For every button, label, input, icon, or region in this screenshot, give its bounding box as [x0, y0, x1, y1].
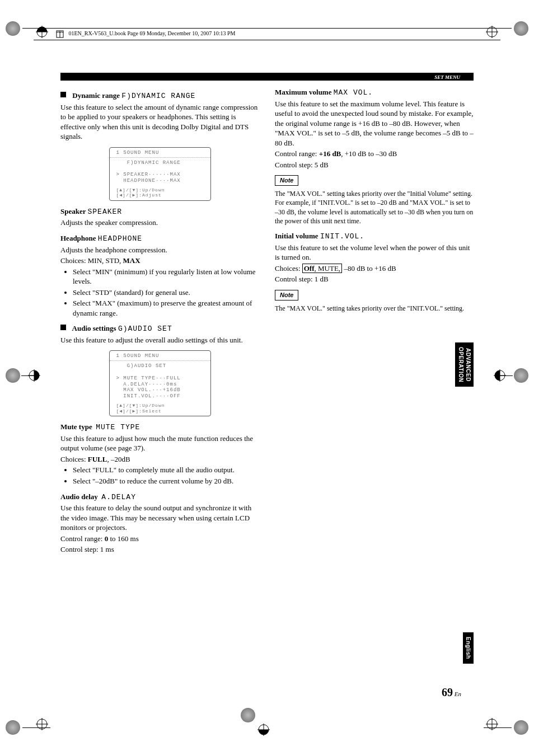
mute-type-heading: Mute type MUTE TYPE	[60, 422, 259, 433]
dynamic-range-desc: Use this feature to select the amount of…	[60, 102, 259, 142]
side-tab-advanced-operation: ADVANCEDOPERATION	[455, 342, 474, 387]
init-vol-step: Control step: 1 dB	[275, 274, 474, 284]
content: SET MENU Dynamic range F)DYNAMIC RANGE U…	[60, 73, 474, 556]
reg-mark-icon	[514, 368, 528, 383]
crop-line	[484, 727, 512, 728]
audio-settings-desc: Use this feature to adjust the overall a…	[60, 335, 259, 345]
crosshair-icon	[486, 718, 498, 730]
section-bar: SET MENU	[60, 73, 474, 81]
file-header: 01EN_RX-V563_U.book Page 69 Monday, Dece…	[34, 28, 500, 40]
heading-label: Audio settings	[72, 324, 116, 332]
init-vol-choices: Choices: Off, MUTE, –80 dB to +16 dB	[275, 264, 474, 274]
audio-delay-range: Control range: 0 to 160 ms	[60, 534, 259, 544]
max-vol-step: Control step: 5 dB	[275, 160, 474, 170]
lcd-audio-set: 1 SOUND MENU G)AUDIO SET > MUTE TYPE···F…	[109, 350, 211, 416]
dynamic-range-heading: Dynamic range F)DYNAMIC RANGE	[60, 91, 259, 101]
reg-mark-icon	[6, 720, 20, 735]
mute-choice-list: Select "FULL" to completely mute all the…	[60, 465, 259, 486]
square-bullet-icon	[60, 92, 66, 97]
headphone-heading: Headphone HEADPHONE	[60, 233, 259, 244]
lcd-body: G)AUDIO SET > MUTE TYPE···FULL A.DELAY··…	[110, 363, 210, 401]
crop-line	[22, 727, 50, 728]
mute-choices: Choices: FULL, –20dB	[60, 454, 259, 464]
list-item: Select "MIN" (minimum) if you regularly …	[73, 267, 259, 287]
dyn-choices: Choices: MIN, STD, MAX	[60, 256, 259, 266]
lcd-header: 1 SOUND MENU	[110, 352, 210, 361]
max-vol-heading: Maximum volume MAX VOL.	[275, 87, 474, 98]
crosshair-icon	[257, 724, 270, 736]
lcd-body: F)DYNAMIC RANGE > SPEAKER······MAX HEADP…	[110, 160, 210, 185]
max-vol-desc: Use this feature to set the maximum volu…	[275, 99, 474, 148]
audio-delay-heading: Audio delay A.DELAY	[60, 492, 259, 503]
reg-mark-icon	[6, 21, 20, 36]
side-tab-english: English	[463, 632, 474, 664]
list-item: Select "FULL" to completely mute all the…	[73, 465, 259, 475]
note-text: The "MAX VOL." setting takes priority ov…	[275, 304, 474, 313]
heading-osd: G)AUDIO SET	[118, 325, 172, 333]
reg-mark-icon	[241, 708, 255, 722]
list-item: Select "MAX" (maximum) to preserve the g…	[73, 298, 259, 318]
lcd-hints: [▲]/[▼]:Up/Down [◀]/[▶]:Adjust	[110, 185, 210, 199]
reg-mark-icon	[514, 21, 528, 36]
square-bullet-icon	[60, 325, 66, 330]
max-vol-range: Control range: +16 dB, +10 dB to –30 dB	[275, 149, 474, 159]
crosshair-icon	[36, 718, 48, 730]
headphone-desc: Adjusts the headphone compression.	[60, 245, 259, 255]
audio-delay-desc: Use this feature to delay the sound outp…	[60, 503, 259, 533]
heading-label: Dynamic range	[72, 91, 120, 100]
crop-line	[496, 375, 513, 376]
lcd-header: 1 SOUND MENU	[110, 149, 210, 158]
note-label: Note	[275, 175, 298, 186]
init-vol-desc: Use this feature to set the volume level…	[275, 243, 474, 262]
dyn-choice-list: Select "MIN" (minimum) if you regularly …	[60, 267, 259, 318]
svg-point-18	[259, 725, 269, 735]
speaker-desc: Adjusts the speaker compression.	[60, 218, 259, 228]
page: 01EN_RX-V563_U.book Page 69 Monday, Dece…	[0, 0, 534, 756]
speaker-heading: Speaker SPEAKER	[60, 206, 259, 217]
lcd-hints: [▲]/[▼]:Up/Down [◀]/[▶]:Select	[110, 401, 210, 415]
crop-line	[21, 375, 38, 376]
note-label: Note	[275, 290, 298, 300]
list-item: Select "STD" (standard) for general use.	[73, 288, 259, 298]
left-column: Dynamic range F)DYNAMIC RANGE Use this f…	[60, 85, 259, 556]
note-text: The "MAX VOL." setting takes priority ov…	[275, 189, 474, 226]
heading-osd: F)DYNAMIC RANGE	[121, 92, 195, 100]
init-vol-heading: Initial volume INIT.VOL.	[275, 231, 474, 242]
reg-mark-icon	[514, 720, 528, 735]
right-column: Maximum volume MAX VOL. Use this feature…	[275, 85, 474, 556]
list-item: Select "–20dB" to reduce the current vol…	[73, 476, 259, 486]
file-header-text: 01EN_RX-V563_U.book Page 69 Monday, Dece…	[69, 30, 236, 36]
lcd-dynamic-range: 1 SOUND MENU F)DYNAMIC RANGE > SPEAKER··…	[109, 147, 211, 201]
book-icon	[56, 30, 64, 38]
audio-delay-step: Control step: 1 ms	[60, 544, 259, 555]
section-header: SET MENU	[428, 73, 474, 81]
page-number: 69 En	[442, 685, 461, 700]
mute-type-desc: Use this feature to adjust how much the …	[60, 434, 259, 453]
reg-mark-icon	[6, 368, 20, 383]
audio-settings-heading: Audio settings G)AUDIO SET	[60, 323, 259, 334]
